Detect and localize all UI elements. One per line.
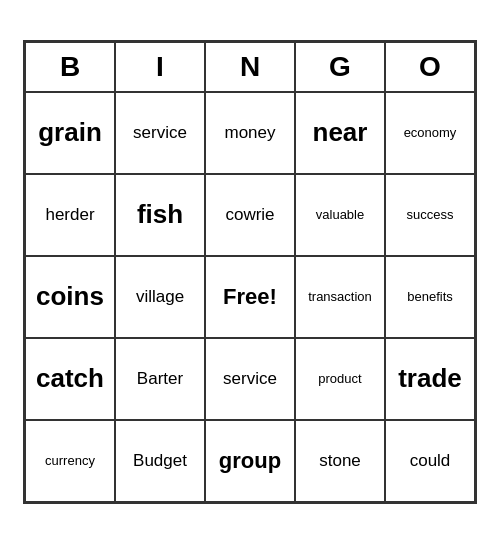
bingo-cell-4-1: Budget bbox=[115, 420, 205, 502]
bingo-cell-0-4: economy bbox=[385, 92, 475, 174]
bingo-cell-4-3: stone bbox=[295, 420, 385, 502]
header-cell-G: G bbox=[295, 42, 385, 92]
bingo-cell-3-2: service bbox=[205, 338, 295, 420]
bingo-header: BINGO bbox=[25, 42, 475, 92]
header-cell-N: N bbox=[205, 42, 295, 92]
bingo-cell-2-2: Free! bbox=[205, 256, 295, 338]
bingo-cell-4-0: currency bbox=[25, 420, 115, 502]
bingo-cell-4-2: group bbox=[205, 420, 295, 502]
header-cell-B: B bbox=[25, 42, 115, 92]
bingo-cell-3-0: catch bbox=[25, 338, 115, 420]
bingo-row-1: herderfishcowrievaluablesuccess bbox=[25, 174, 475, 256]
bingo-cell-3-1: Barter bbox=[115, 338, 205, 420]
bingo-cell-1-4: success bbox=[385, 174, 475, 256]
bingo-cell-1-2: cowrie bbox=[205, 174, 295, 256]
bingo-cell-0-1: service bbox=[115, 92, 205, 174]
bingo-cell-0-0: grain bbox=[25, 92, 115, 174]
bingo-row-4: currencyBudgetgroupstonecould bbox=[25, 420, 475, 502]
bingo-cell-3-3: product bbox=[295, 338, 385, 420]
bingo-cell-2-3: transaction bbox=[295, 256, 385, 338]
bingo-cell-1-3: valuable bbox=[295, 174, 385, 256]
bingo-cell-0-2: money bbox=[205, 92, 295, 174]
bingo-row-0: grainservicemoneyneareconomy bbox=[25, 92, 475, 174]
bingo-cell-3-4: trade bbox=[385, 338, 475, 420]
header-cell-I: I bbox=[115, 42, 205, 92]
bingo-cell-4-4: could bbox=[385, 420, 475, 502]
bingo-card: BINGO grainservicemoneyneareconomyherder… bbox=[23, 40, 477, 504]
bingo-row-3: catchBarterserviceproducttrade bbox=[25, 338, 475, 420]
bingo-cell-2-4: benefits bbox=[385, 256, 475, 338]
bingo-cell-0-3: near bbox=[295, 92, 385, 174]
bingo-grid: grainservicemoneyneareconomyherderfishco… bbox=[25, 92, 475, 502]
bingo-cell-1-0: herder bbox=[25, 174, 115, 256]
bingo-cell-2-0: coins bbox=[25, 256, 115, 338]
header-cell-O: O bbox=[385, 42, 475, 92]
bingo-cell-2-1: village bbox=[115, 256, 205, 338]
bingo-row-2: coinsvillageFree!transactionbenefits bbox=[25, 256, 475, 338]
bingo-cell-1-1: fish bbox=[115, 174, 205, 256]
